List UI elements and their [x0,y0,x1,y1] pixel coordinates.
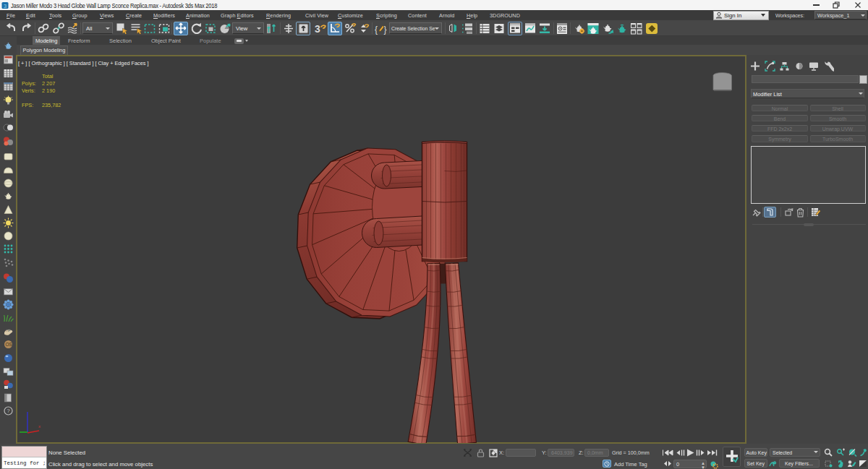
svg-text:3: 3 [315,23,320,35]
svg-text:OS: OS [6,342,13,347]
svg-text:}: } [384,25,387,35]
svg-text:?: ? [7,408,10,414]
svg-text:3: 3 [4,3,7,9]
svg-text:{: { [375,25,378,35]
svg-text:HF: HF [6,328,11,332]
svg-text:x: x [38,424,41,429]
